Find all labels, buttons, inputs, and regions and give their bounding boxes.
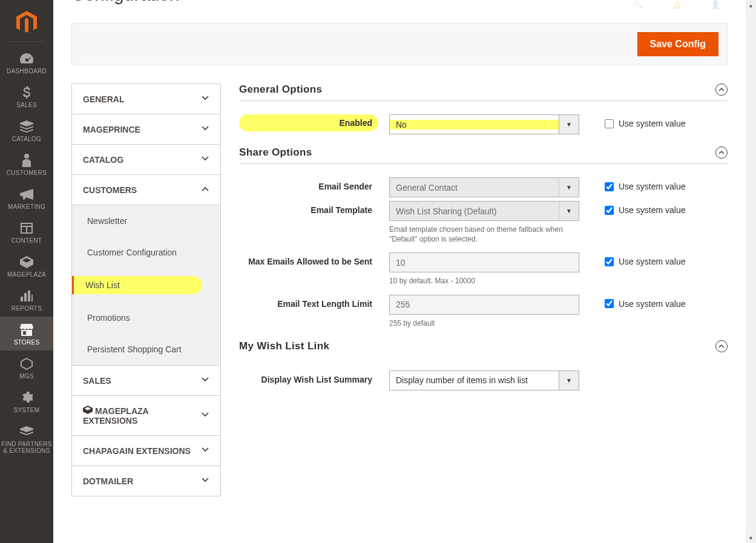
notifications-icon[interactable]: 🔔 xyxy=(672,0,686,15)
svg-rect-5 xyxy=(21,297,23,301)
account-icon[interactable]: 👤 xyxy=(711,0,725,15)
scroll-up-arrow-icon[interactable]: ▴ xyxy=(746,0,756,10)
field-note: 255 by default xyxy=(389,318,579,328)
collapse-icon xyxy=(715,340,728,352)
window-vertical-scrollbar[interactable]: ▴ xyxy=(746,0,756,533)
svg-rect-7 xyxy=(28,291,30,301)
catalog-icon xyxy=(1,119,52,134)
select-value: Wish List Sharing (Default) xyxy=(390,206,559,216)
collapse-icon xyxy=(715,146,728,159)
use-system-checkbox[interactable] xyxy=(605,206,614,215)
use-system-checkbox[interactable] xyxy=(605,257,614,266)
tab-label: MAGEPLAZA EXTENSIONS xyxy=(83,406,201,426)
customers-icon xyxy=(1,153,52,168)
menu-label: CUSTOMERS xyxy=(1,169,52,176)
menu-reports[interactable]: REPORTS xyxy=(0,283,53,317)
tab-catalog[interactable]: CATALOG xyxy=(72,145,220,175)
field-label-display-summary: Display Wish List Summary xyxy=(239,370,389,384)
section-title: General Options xyxy=(239,84,322,96)
tab-label: CATALOG xyxy=(83,155,123,165)
stores-icon xyxy=(1,322,52,338)
menu-label: DASHBOARD xyxy=(1,68,52,74)
select-arrow-icon: ▼ xyxy=(559,178,579,197)
admin-sidebar: DASHBOARD SALES CATALOG CUSTOMERS MARKET… xyxy=(0,0,53,543)
use-system-value-email-sender[interactable]: Use system value xyxy=(579,177,685,191)
subtab-customer-configuration[interactable]: Customer Configuration xyxy=(72,237,220,268)
subtab-persistent-shopping-cart[interactable]: Persistent Shopping Cart xyxy=(72,334,220,365)
menu-label: REPORTS xyxy=(1,305,52,312)
use-system-label: Use system value xyxy=(619,299,685,309)
tab-mageprince[interactable]: MAGEPRINCE xyxy=(72,114,220,145)
subtab-wish-list[interactable]: Wish List xyxy=(72,276,202,294)
enabled-select[interactable]: No ▼ xyxy=(389,114,579,134)
magento-logo[interactable] xyxy=(0,0,53,41)
menu-marketing[interactable]: MARKETING xyxy=(0,181,53,215)
subtab-promotions[interactable]: Promotions xyxy=(72,302,220,334)
select-value: No xyxy=(390,120,559,130)
display-summary-select[interactable]: Display number of items in wish list ▼ xyxy=(389,370,579,390)
menu-content[interactable]: CONTENT xyxy=(0,215,53,249)
svg-rect-8 xyxy=(31,295,33,301)
svg-rect-6 xyxy=(24,293,27,301)
tab-sales[interactable]: SALES xyxy=(72,366,220,396)
chevron-down-icon xyxy=(201,446,209,456)
section-general-options-header[interactable]: General Options xyxy=(239,84,728,101)
select-arrow-icon: ▼ xyxy=(559,371,579,390)
collapse-icon xyxy=(715,84,728,96)
tab-general[interactable]: GENERAL xyxy=(72,84,220,114)
select-value: General Contact xyxy=(390,183,559,193)
use-system-value-enabled[interactable]: Use system value xyxy=(579,114,685,128)
tab-customers[interactable]: CUSTOMERS xyxy=(72,175,220,205)
use-system-value-text-limit[interactable]: Use system value xyxy=(579,295,685,309)
menu-sales[interactable]: SALES xyxy=(0,79,53,113)
svg-marker-9 xyxy=(21,358,32,369)
select-value: Display number of items in wish list xyxy=(390,375,559,385)
menu-find-partners[interactable]: FIND PARTNERS & EXTENSIONS xyxy=(0,418,53,459)
tab-chapagain-extensions[interactable]: CHAPAGAIN EXTENSIONS xyxy=(72,436,220,466)
use-system-value-email-template[interactable]: Use system value xyxy=(579,201,685,215)
marketing-icon xyxy=(1,186,52,202)
menu-stores[interactable]: STORES xyxy=(0,317,53,350)
email-template-select: Wish List Sharing (Default) ▼ xyxy=(389,201,579,221)
reports-icon xyxy=(1,288,52,304)
select-arrow-icon: ▼ xyxy=(559,115,579,134)
use-system-label: Use system value xyxy=(619,205,685,215)
menu-label: SALES xyxy=(1,102,52,108)
partners-icon xyxy=(1,424,52,439)
section-share-options-header[interactable]: Share Options xyxy=(239,146,728,164)
chevron-down-icon xyxy=(201,375,209,386)
field-label-enabled: Enabled xyxy=(239,114,378,131)
tab-label: SALES xyxy=(83,376,111,386)
mgs-icon xyxy=(1,356,52,372)
menu-system[interactable]: SYSTEM xyxy=(0,384,53,418)
save-config-button[interactable]: Save Config xyxy=(637,32,718,56)
use-system-label: Use system value xyxy=(619,257,685,266)
field-label-email-sender: Email Sender xyxy=(239,177,389,191)
tab-dotmailer[interactable]: DOTMAILER xyxy=(72,466,220,496)
menu-customers[interactable]: CUSTOMERS xyxy=(0,147,53,181)
section-my-wish-list-link-header[interactable]: My Wish List Link xyxy=(239,340,728,357)
subtab-newsletter[interactable]: Newsletter xyxy=(72,205,220,237)
search-icon[interactable]: 🔍 xyxy=(633,0,648,15)
text-limit-input xyxy=(389,295,579,315)
menu-catalog[interactable]: CATALOG xyxy=(0,113,53,147)
use-system-checkbox[interactable] xyxy=(605,299,614,308)
menu-mgs[interactable]: MGS xyxy=(0,350,53,384)
section-title: My Wish List Link xyxy=(239,340,329,352)
svg-rect-3 xyxy=(22,227,26,232)
mageplaza-icon xyxy=(1,254,52,270)
use-system-checkbox[interactable] xyxy=(605,119,614,128)
menu-mageplaza[interactable]: MAGEPLAZA xyxy=(0,249,53,283)
tab-label: GENERAL xyxy=(83,94,124,104)
use-system-checkbox[interactable] xyxy=(605,182,614,191)
field-note: Email template chosen based on theme fal… xyxy=(389,225,579,244)
max-emails-input xyxy=(389,252,579,272)
menu-label: SYSTEM xyxy=(1,407,52,413)
tab-label: CHAPAGAIN EXTENSIONS xyxy=(83,446,191,456)
content-icon xyxy=(1,220,52,236)
scroll-down-arrow-icon[interactable]: ▾ xyxy=(746,533,756,543)
tab-mageplaza-extensions[interactable]: MAGEPLAZA EXTENSIONS xyxy=(72,396,220,436)
field-note: 10 by default. Max - 10000 xyxy=(389,276,579,286)
use-system-value-max-emails[interactable]: Use system value xyxy=(579,252,685,266)
menu-dashboard[interactable]: DASHBOARD xyxy=(0,45,53,79)
